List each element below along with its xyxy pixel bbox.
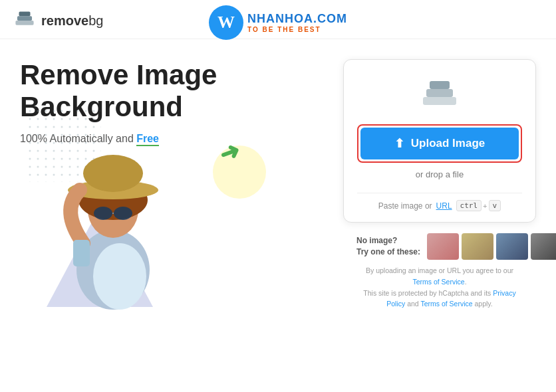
- logo[interactable]: removebg: [13, 9, 103, 32]
- no-image-text: No image? Try one of these:: [356, 235, 420, 258]
- svg-rect-18: [430, 81, 450, 89]
- tos-link-2[interactable]: Terms of Service: [420, 300, 472, 308]
- v-key: v: [489, 200, 501, 211]
- tos-link-1[interactable]: Terms of Service: [412, 278, 464, 286]
- upload-image-button[interactable]: ⬆ Upload Image: [360, 128, 519, 159]
- layers-illustration-icon: [416, 76, 463, 112]
- plus-sign: +: [483, 202, 487, 210]
- svg-rect-14: [73, 240, 90, 266]
- upload-button-label: Upload Image: [411, 137, 485, 150]
- nhanhoa-text: NHANHOA.COM TO BE THE BEST: [247, 12, 347, 33]
- logo-text: removebg: [41, 13, 103, 29]
- svg-rect-1: [17, 16, 32, 21]
- drop-file-text: or drop a file: [416, 169, 464, 179]
- svg-point-12: [114, 207, 132, 220]
- sample-thumb-1[interactable]: [427, 233, 459, 260]
- divider: [357, 193, 522, 193]
- upload-card: ⬆ Upload Image or drop a file Paste imag…: [343, 59, 536, 223]
- svg-rect-2: [19, 11, 31, 16]
- main-content: Remove Image Background 100% Automatical…: [0, 39, 556, 316]
- paste-area: Paste image or URL ctrl + v: [378, 200, 501, 211]
- svg-point-15: [93, 243, 146, 310]
- sample-thumb-4[interactable]: [531, 233, 556, 260]
- sample-thumb-3[interactable]: [496, 233, 528, 260]
- svg-rect-16: [423, 97, 456, 105]
- footer-legal: By uploading an image or URL you agree t…: [343, 260, 536, 310]
- ctrl-key: ctrl: [456, 200, 482, 211]
- svg-rect-17: [426, 89, 453, 97]
- paste-text: Paste image or: [378, 201, 432, 211]
- upload-arrow-icon: ⬆: [394, 136, 404, 151]
- nhanhoa-sub: TO BE THE BEST: [247, 26, 347, 33]
- svg-rect-0: [15, 21, 33, 25]
- hero-image: [20, 137, 206, 310]
- keyboard-shortcut: ctrl + v: [456, 200, 501, 211]
- nhanhoa-circle: W: [209, 5, 243, 40]
- header: removebg W NHANHOA.COM TO BE THE BEST: [0, 0, 556, 39]
- samples-section: No image? Try one of these:: [343, 233, 536, 260]
- sample-thumbnails: [427, 233, 556, 260]
- svg-point-10: [83, 155, 143, 192]
- paste-url-link[interactable]: URL: [436, 201, 452, 211]
- svg-point-11: [94, 207, 112, 220]
- left-section: Remove Image Background 100% Automatical…: [20, 59, 330, 310]
- upload-button-wrapper: ⬆ Upload Image: [357, 124, 522, 163]
- right-section: ⬆ Upload Image or drop a file Paste imag…: [343, 59, 536, 310]
- nhanhoa-name: NHANHOA.COM: [247, 12, 347, 26]
- logo-icon: [13, 9, 36, 32]
- nhanhoa-badge: W NHANHOA.COM TO BE THE BEST: [209, 5, 347, 40]
- sample-thumb-2[interactable]: [462, 233, 493, 260]
